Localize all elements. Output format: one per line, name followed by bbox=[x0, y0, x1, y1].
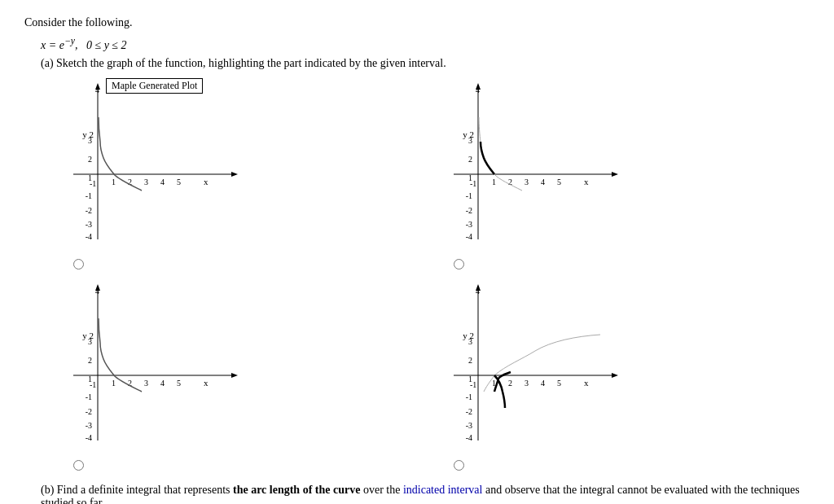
plot-1-svg: y 2 x 3 2 1 -1 -2 -3 -4 -1 1 2 3 4 bbox=[65, 77, 244, 256]
svg-text:4: 4 bbox=[160, 379, 165, 388]
svg-text:1: 1 bbox=[492, 177, 496, 186]
svg-text:2: 2 bbox=[508, 379, 512, 388]
plot-4-radio[interactable] bbox=[454, 460, 467, 471]
svg-text:5: 5 bbox=[177, 177, 181, 186]
plot-4: y 2 x 3 2 1 -1 -2 -3 -4 -1 1 2 3 4 5 bbox=[446, 278, 625, 457]
svg-text:2: 2 bbox=[468, 356, 472, 365]
svg-text:-1: -1 bbox=[86, 191, 92, 200]
svg-text:x: x bbox=[204, 378, 208, 388]
svg-text:3: 3 bbox=[525, 379, 529, 388]
part-a-text: (a) Sketch the graph of the function, hi… bbox=[41, 57, 810, 70]
plot-1: Maple Generated Plot y 2 x 3 2 bbox=[65, 77, 244, 256]
svg-text:-3: -3 bbox=[466, 421, 472, 430]
svg-text:5: 5 bbox=[557, 177, 561, 186]
svg-text:-4: -4 bbox=[466, 433, 472, 442]
svg-text:4: 4 bbox=[541, 177, 545, 186]
svg-marker-43 bbox=[231, 373, 238, 378]
svg-text:-1: -1 bbox=[86, 392, 92, 401]
svg-text:3: 3 bbox=[468, 136, 472, 145]
plot-3-radio[interactable] bbox=[73, 460, 87, 471]
maple-label: Maple Generated Plot bbox=[106, 78, 203, 94]
svg-text:4: 4 bbox=[476, 287, 480, 296]
svg-text:3: 3 bbox=[525, 177, 529, 186]
svg-text:5: 5 bbox=[177, 379, 181, 388]
svg-text:3: 3 bbox=[144, 177, 148, 186]
plot-3-svg: y 2 x 3 2 1 -1 -2 -3 -4 -1 1 2 3 4 5 bbox=[65, 278, 244, 457]
plot-cell-3: y 2 x 3 2 1 -1 -2 -3 -4 -1 1 2 3 4 5 bbox=[65, 278, 429, 471]
svg-text:-3: -3 bbox=[466, 220, 472, 229]
svg-text:-2: -2 bbox=[86, 407, 92, 416]
svg-text:x: x bbox=[584, 378, 589, 388]
svg-text:3: 3 bbox=[88, 337, 92, 346]
svg-text:x: x bbox=[204, 177, 208, 186]
part-b: (b) Find a definite integral that repres… bbox=[41, 484, 810, 504]
plot-cell-2: y 2 x 3 2 1 -1 -2 -3 -4 -1 1 2 3 4 5 bbox=[446, 77, 810, 270]
plot-2-radio[interactable] bbox=[454, 259, 467, 270]
svg-text:-1: -1 bbox=[470, 179, 476, 188]
svg-marker-63 bbox=[612, 373, 618, 378]
intro-text: Consider the following. bbox=[24, 16, 810, 29]
plot-4-svg: y 2 x 3 2 1 -1 -2 -3 -4 -1 1 2 3 4 5 bbox=[446, 278, 625, 457]
svg-text:4: 4 bbox=[541, 379, 545, 388]
svg-text:4: 4 bbox=[476, 85, 480, 94]
plot-1-radio[interactable] bbox=[73, 259, 87, 270]
svg-text:-1: -1 bbox=[90, 179, 96, 188]
radio-2[interactable] bbox=[454, 259, 464, 270]
svg-text:2: 2 bbox=[468, 155, 472, 164]
svg-text:-1: -1 bbox=[466, 392, 472, 401]
part-a: (a) Sketch the graph of the function, hi… bbox=[41, 57, 810, 471]
svg-text:-2: -2 bbox=[466, 407, 472, 416]
svg-text:2: 2 bbox=[88, 155, 92, 164]
equation-line: x = e−y, 0 ≤ y ≤ 2 bbox=[41, 36, 810, 52]
svg-text:-2: -2 bbox=[86, 206, 92, 215]
svg-text:-1: -1 bbox=[90, 380, 96, 389]
svg-text:3: 3 bbox=[88, 136, 92, 145]
svg-text:-4: -4 bbox=[86, 232, 92, 241]
plot-cell-1: Maple Generated Plot y 2 x 3 2 bbox=[65, 77, 429, 270]
plot-cell-4: y 2 x 3 2 1 -1 -2 -3 -4 -1 1 2 3 4 5 bbox=[446, 278, 810, 471]
svg-text:1: 1 bbox=[112, 177, 116, 186]
svg-text:-3: -3 bbox=[86, 421, 92, 430]
plot-2: y 2 x 3 2 1 -1 -2 -3 -4 -1 1 2 3 4 5 bbox=[446, 77, 625, 256]
radio-3[interactable] bbox=[73, 460, 84, 471]
svg-text:2: 2 bbox=[88, 356, 92, 365]
plots-grid: Maple Generated Plot y 2 x 3 2 bbox=[65, 77, 810, 471]
svg-text:-1: -1 bbox=[466, 191, 472, 200]
svg-text:5: 5 bbox=[557, 379, 561, 388]
plot-2-svg: y 2 x 3 2 1 -1 -2 -3 -4 -1 1 2 3 4 5 bbox=[446, 77, 625, 256]
svg-text:3: 3 bbox=[144, 379, 148, 388]
radio-1[interactable] bbox=[73, 259, 84, 270]
svg-text:-1: -1 bbox=[470, 380, 476, 389]
svg-text:-2: -2 bbox=[466, 206, 472, 215]
part-b-text: (b) Find a definite integral that repres… bbox=[41, 484, 810, 504]
svg-marker-23 bbox=[612, 172, 618, 177]
radio-4[interactable] bbox=[454, 460, 464, 471]
svg-text:4: 4 bbox=[95, 85, 99, 94]
svg-marker-3 bbox=[231, 172, 238, 177]
svg-text:4: 4 bbox=[160, 177, 165, 186]
svg-text:-3: -3 bbox=[86, 220, 92, 229]
svg-text:1: 1 bbox=[112, 379, 116, 388]
svg-text:-4: -4 bbox=[86, 433, 92, 442]
svg-text:x: x bbox=[584, 177, 589, 186]
svg-text:4: 4 bbox=[95, 287, 99, 296]
svg-text:3: 3 bbox=[468, 337, 472, 346]
plot-3: y 2 x 3 2 1 -1 -2 -3 -4 -1 1 2 3 4 5 bbox=[65, 278, 244, 457]
svg-text:-4: -4 bbox=[466, 232, 472, 241]
